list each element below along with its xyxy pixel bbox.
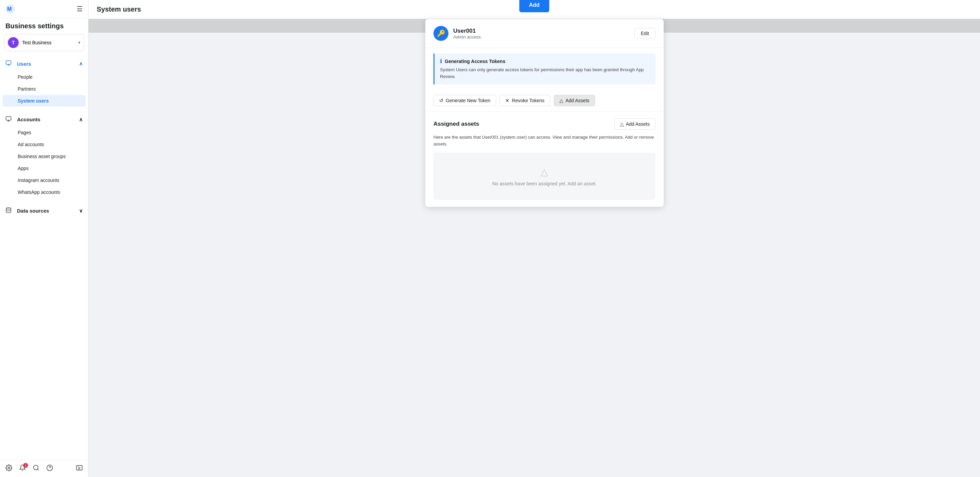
generate-token-label: Generate New Token xyxy=(446,98,490,103)
add-assets-button[interactable]: △ Add Assets xyxy=(614,118,655,130)
nav-item-system-users[interactable]: System users xyxy=(3,95,86,107)
generate-token-icon: ↺ xyxy=(439,98,443,103)
users-section-chevron: ∧ xyxy=(79,61,83,67)
nav-item-business-asset-groups[interactable]: Business asset groups xyxy=(3,151,86,162)
accounts-nav-section: Accounts ∧ Pages Ad accounts Business as… xyxy=(0,110,88,201)
main-body: 🔑 User001 Admin access Edit ℹ Generating… xyxy=(89,19,980,33)
revoke-tokens-icon: ✕ xyxy=(505,98,509,103)
svg-point-8 xyxy=(6,208,11,209)
hamburger-button[interactable]: ☰ xyxy=(76,5,83,13)
business-selector[interactable]: T Test Business ▾ xyxy=(4,34,84,51)
user-role: Admin access xyxy=(453,34,481,40)
user-panel: 🔑 User001 Admin access Edit ℹ Generating… xyxy=(425,19,663,207)
revoke-tokens-button[interactable]: ✕ Revoke Tokens xyxy=(500,95,550,106)
accounts-icon xyxy=(5,116,11,123)
nav-item-pages[interactable]: Pages xyxy=(3,127,86,138)
add-assets-icon: △ xyxy=(620,121,624,127)
empty-assets-icon: △ xyxy=(440,166,649,177)
svg-text:M: M xyxy=(7,6,11,12)
accounts-section-chevron: ∧ xyxy=(79,116,83,123)
revoke-tokens-label: Revoke Tokens xyxy=(512,98,544,103)
key-icon: 🔑 xyxy=(437,29,445,37)
user-info: User001 Admin access xyxy=(453,27,481,40)
accounts-section-label: Accounts xyxy=(17,116,40,122)
data-sources-nav-section: Data sources ∨ xyxy=(0,201,88,220)
panel-header: 🔑 User001 Admin access Edit xyxy=(425,19,663,48)
add-assets-top-label: Add Assets xyxy=(566,98,589,103)
action-buttons: ↺ Generate New Token ✕ Revoke Tokens △ A… xyxy=(425,90,663,112)
user-name: User001 xyxy=(453,27,481,34)
empty-assets-area: △ No assets have been assigned yet. Add … xyxy=(433,153,655,200)
accounts-section-header[interactable]: Accounts ∧ xyxy=(0,112,88,126)
info-banner-title: ℹ Generating Access Tokens xyxy=(440,58,650,64)
nav-item-whatsapp-accounts[interactable]: WhatsApp accounts xyxy=(3,187,86,198)
add-assets-top-icon: △ xyxy=(560,98,563,103)
user-icon-circle: 🔑 xyxy=(433,26,449,41)
add-button[interactable]: Add xyxy=(519,0,549,12)
business-name-label: Test Business xyxy=(22,40,75,45)
notification-badge: 1 xyxy=(23,463,28,468)
assigned-assets-header: Assigned assets △ Add Assets xyxy=(433,118,655,130)
info-banner-body: System Users can only generate access to… xyxy=(440,67,650,80)
add-assets-label: Add Assets xyxy=(626,121,650,127)
info-banner: ℹ Generating Access Tokens System Users … xyxy=(433,54,655,85)
users-nav-section: Users ∧ People Partners System users xyxy=(0,54,88,110)
nav-item-instagram-accounts[interactable]: Instagram accounts xyxy=(3,174,86,186)
nav-item-people[interactable]: People xyxy=(3,71,86,83)
settings-icon[interactable] xyxy=(5,464,12,473)
svg-rect-5 xyxy=(6,116,11,120)
add-assets-top-button[interactable]: △ Add Assets xyxy=(554,95,595,106)
business-avatar: T xyxy=(8,37,19,48)
data-sources-icon xyxy=(5,207,11,214)
assigned-assets-title: Assigned assets xyxy=(433,121,479,128)
users-section-header[interactable]: Users ∧ xyxy=(0,57,88,71)
svg-line-11 xyxy=(37,469,39,471)
sidebar-footer: 1 xyxy=(0,460,88,477)
empty-assets-message: No assets have been assigned yet. Add an… xyxy=(492,181,597,187)
business-settings-title: Business settings xyxy=(0,18,88,31)
sidebar-header: M ☰ xyxy=(0,0,88,18)
footer-icons: 1 xyxy=(5,464,53,473)
svg-rect-2 xyxy=(6,61,11,64)
generate-token-button[interactable]: ↺ Generate New Token xyxy=(433,95,496,106)
nav-item-apps[interactable]: Apps xyxy=(3,163,86,174)
bottom-callout: All of the system users for your busines… xyxy=(89,0,980,12)
meta-logo-icon: M xyxy=(5,4,15,14)
nav-item-partners[interactable]: Partners xyxy=(3,83,86,95)
notifications-icon[interactable]: 1 xyxy=(19,464,26,473)
users-section-label: Users xyxy=(17,61,31,67)
sidebar: M ☰ Business settings T Test Business ▾ … xyxy=(0,0,89,477)
info-icon: ℹ xyxy=(440,58,442,64)
svg-point-9 xyxy=(8,467,10,469)
data-sources-section-header[interactable]: Data sources ∨ xyxy=(0,204,88,218)
assigned-assets-section: Assigned assets △ Add Assets Here are th… xyxy=(425,112,663,207)
chevron-down-icon: ▾ xyxy=(78,40,80,45)
users-icon xyxy=(5,60,11,67)
panel-header-left: 🔑 User001 Admin access xyxy=(433,26,481,41)
meta-logo: M xyxy=(5,4,15,14)
main-content: System users 🔑 User001 Admin access Edit xyxy=(89,0,980,477)
help-icon[interactable] xyxy=(46,464,53,473)
edit-button[interactable]: Edit xyxy=(635,28,655,39)
assets-description: Here are the assets that User001 (system… xyxy=(433,134,655,147)
data-sources-section-chevron: ∨ xyxy=(79,208,83,214)
nav-item-ad-accounts[interactable]: Ad accounts xyxy=(3,139,86,150)
business-card-icon[interactable] xyxy=(76,464,83,473)
svg-point-10 xyxy=(34,466,38,470)
data-sources-section-label: Data sources xyxy=(17,208,49,214)
search-icon[interactable] xyxy=(33,464,40,473)
